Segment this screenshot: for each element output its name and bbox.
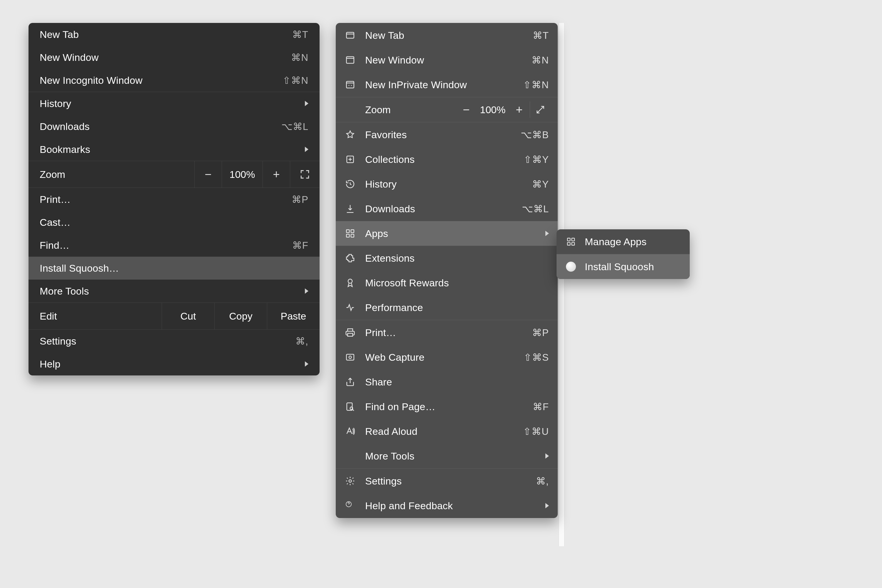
chevron-right-icon [545,453,549,459]
menu-item-new-window[interactable]: New Window⌘N [28,46,320,69]
menu-item-favorites[interactable]: Favorites⌥⌘B [336,122,558,147]
label: Install Squoosh… [40,262,308,274]
extensions-icon [345,252,356,264]
divider [530,101,530,118]
menu-item-zoom: Zoom − 100% + [336,98,558,122]
menu-item-downloads[interactable]: Downloads⌥⌘L [336,196,558,221]
menu-item-new-tab[interactable]: New Tab⌘T [28,23,320,46]
menu-item-more-tools[interactable]: More Tools [336,444,558,468]
submenu-item-install-squoosh[interactable]: Install Squoosh [556,254,690,279]
label: Microsoft Rewards [365,277,549,289]
menu-item-apps[interactable]: Apps [336,221,558,246]
blank-icon [345,450,356,462]
edge-main-menu: New Tab⌘T New Window⌘N New InPrivate Win… [336,23,558,518]
chevron-right-icon [305,362,308,367]
menu-item-new-window[interactable]: New Window⌘N [336,48,558,72]
menu-item-extensions[interactable]: Extensions [336,246,558,270]
label: Help [40,358,305,370]
menu-item-bookmarks[interactable]: Bookmarks [28,138,320,161]
shortcut: ⇧⌘N [264,75,308,86]
label: Downloads [40,121,264,132]
label: Help and Feedback [365,500,545,512]
collections-icon [345,154,356,165]
menu-item-new-inprivate-window[interactable]: New InPrivate Window⇧⌘N [336,72,558,97]
menu-item-new-incognito-window[interactable]: New Incognito Window⇧⌘N [28,69,320,92]
svg-rect-17 [567,243,570,245]
zoom-value: 100% [475,104,510,116]
label: New Tab [365,30,505,41]
shortcut: ⌘N [505,54,549,66]
shortcut: ⌥⌘B [505,129,549,141]
label: New Tab [40,29,264,40]
label: New Window [40,52,264,63]
edit-paste-button[interactable]: Paste [267,303,320,329]
inprivate-icon [345,79,356,90]
menu-item-install-squoosh[interactable]: Install Squoosh… [28,256,320,280]
print-icon [345,327,356,338]
svg-rect-6 [346,234,349,237]
menu-item-more-tools[interactable]: More Tools [28,280,320,303]
svg-point-8 [348,279,352,283]
label: Extensions [365,252,549,264]
menu-item-rewards[interactable]: Microsoft Rewards [336,270,558,295]
shortcut: ⌘, [264,336,308,347]
svg-rect-2 [346,81,354,88]
label: Zoom [28,169,194,180]
menu-item-find-on-page[interactable]: Find on Page…⌘F [336,394,558,419]
zoom-in-button[interactable]: + [510,103,528,116]
edit-cut-button[interactable]: Cut [162,303,214,329]
label: Collections [365,154,505,165]
chrome-main-menu: New Tab⌘T New Window⌘N New Incognito Win… [28,23,320,375]
shortcut: ⌥⌘L [505,203,549,214]
svg-rect-16 [572,238,574,241]
chevron-right-icon [305,147,308,152]
menu-item-cast[interactable]: Cast… [28,211,320,234]
menu-item-settings[interactable]: Settings⌘, [28,330,320,352]
apps-icon [566,236,576,247]
menu-item-print[interactable]: Print…⌘P [28,188,320,211]
menu-item-share[interactable]: Share [336,369,558,394]
label: Settings [40,336,264,347]
zoom-out-button[interactable]: − [194,161,222,188]
fullscreen-button[interactable] [290,161,320,188]
star-icon [345,129,356,140]
label: Downloads [365,203,505,214]
menu-item-new-tab[interactable]: New Tab⌘T [336,23,558,48]
svg-rect-5 [351,230,354,232]
edge-apps-submenu: Manage Apps Install Squoosh [556,230,690,279]
label: New Window [365,54,505,66]
label: New InPrivate Window [365,79,505,90]
submenu-item-manage-apps[interactable]: Manage Apps [556,230,690,254]
apps-icon [345,228,356,239]
shortcut: ⌘T [264,29,308,40]
history-icon [345,178,356,190]
web-capture-icon [345,352,356,363]
fullscreen-icon [300,170,310,179]
label: Settings [365,476,505,487]
menu-item-settings[interactable]: Settings⌘, [336,469,558,494]
menu-item-help[interactable]: Help [28,352,320,375]
chevron-right-icon [545,503,549,508]
svg-point-10 [349,356,352,358]
scrollbar[interactable] [559,23,564,546]
edit-copy-button[interactable]: Copy [214,303,267,329]
label: Manage Apps [585,236,681,248]
zoom-out-button[interactable]: − [458,103,475,116]
menu-item-performance[interactable]: Performance [336,295,558,320]
expand-icon [536,105,545,115]
label: Print… [365,327,505,338]
menu-item-web-capture[interactable]: Web Capture⇧⌘S [336,345,558,369]
zoom-in-button[interactable]: + [262,161,290,188]
fullscreen-button[interactable] [532,105,549,115]
menu-item-print[interactable]: Print…⌘P [336,320,558,345]
label: Find… [40,240,264,251]
menu-item-history[interactable]: History⌘Y [336,172,558,196]
download-icon [345,203,356,214]
menu-item-find[interactable]: Find…⌘F [28,234,320,256]
menu-item-collections[interactable]: Collections⇧⌘Y [336,147,558,172]
menu-item-read-aloud[interactable]: Read Aloud⇧⌘U [336,419,558,444]
menu-item-history[interactable]: History [28,92,320,115]
shortcut: ⌘, [505,476,549,487]
menu-item-downloads[interactable]: Downloads⌥⌘L [28,115,320,138]
menu-item-help-feedback[interactable]: Help and Feedback [336,494,558,518]
